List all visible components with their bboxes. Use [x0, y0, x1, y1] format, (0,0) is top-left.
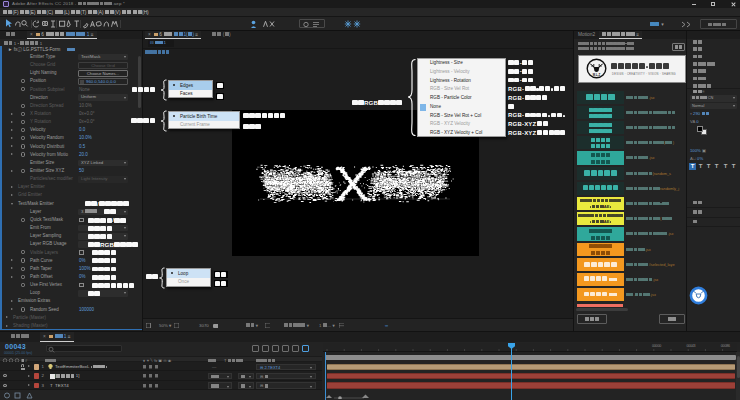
svg-text:M.L.Z: M.L.Z: [593, 72, 601, 76]
